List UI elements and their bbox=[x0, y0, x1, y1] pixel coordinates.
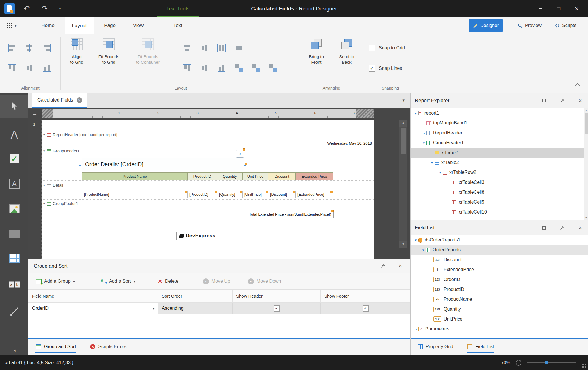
snap-to-grid-checkbox[interactable] bbox=[369, 45, 375, 51]
field-item-orderid[interactable]: 123 OrderID bbox=[411, 275, 588, 284]
close-button[interactable]: ✕ bbox=[573, 6, 581, 12]
pointer-tool[interactable] bbox=[0, 95, 28, 118]
table-header-cell[interactable]: Quantity bbox=[217, 172, 243, 180]
smart-tag-marker[interactable] bbox=[331, 210, 334, 212]
collapse-ribbon-icon[interactable] bbox=[575, 83, 580, 88]
redo-icon[interactable]: ↷ bbox=[42, 4, 48, 13]
send-to-back-button[interactable]: Send to Back bbox=[333, 37, 360, 65]
scripts-button[interactable]: Scripts bbox=[551, 19, 580, 32]
smart-tag-marker[interactable] bbox=[293, 191, 295, 193]
designer-button[interactable]: Designer bbox=[469, 19, 503, 32]
smart-tag-marker[interactable] bbox=[330, 191, 333, 193]
tree-item-xrlabel1[interactable]: ▹ xrLabel1 bbox=[411, 148, 588, 158]
detail-cell[interactable]: [ProductID] bbox=[187, 191, 217, 198]
band-header-groupheader1[interactable]: ▾ GroupHeader1 bbox=[42, 147, 374, 155]
align-top-edges-icon[interactable] bbox=[7, 63, 17, 73]
label-tool[interactable]: A bbox=[0, 123, 28, 147]
snap-lines-option[interactable]: ✓ Snap Lines bbox=[369, 65, 402, 72]
selection-handle[interactable] bbox=[244, 155, 246, 157]
field-dropdown-icon[interactable]: ▾ bbox=[153, 306, 155, 311]
design-vertical-scrollbar[interactable]: ▲ ▼ bbox=[399, 120, 407, 248]
detail-cell[interactable]: [ExtendedPrice] bbox=[295, 191, 333, 198]
total-field[interactable]: Total Extended Price - sumSum([ExtendedP… bbox=[188, 210, 334, 218]
add-sort-button[interactable]: A Add a Sort ▾ bbox=[101, 273, 135, 290]
tree-scrollbar[interactable]: ▲ ▼ bbox=[584, 108, 588, 220]
smart-tag-marker[interactable] bbox=[240, 191, 242, 193]
column-header-show-footer[interactable]: Show Footer bbox=[321, 290, 410, 302]
band-collapse-icon[interactable]: ▾ bbox=[43, 184, 45, 187]
tree-item-orderreports[interactable]: ▾ OrderReports bbox=[411, 245, 588, 255]
table-header-cell[interactable]: Product Name bbox=[82, 172, 188, 180]
scroll-up-icon[interactable]: ▲ bbox=[584, 108, 588, 113]
picture-tool[interactable] bbox=[0, 197, 28, 220]
order-details-label[interactable]: Order Details: [OrderID] bbox=[82, 158, 244, 171]
toolbox-collapse-icon[interactable]: ◂ bbox=[0, 348, 28, 353]
column-header-show-header[interactable]: Show Header bbox=[233, 290, 321, 302]
center-vertically-icon[interactable] bbox=[199, 43, 209, 53]
show-header-checkbox[interactable]: ✓ bbox=[274, 305, 280, 312]
tree-item-groupheader1[interactable]: ▾ GroupHeader1 bbox=[411, 138, 588, 148]
field-item-extendedprice[interactable]: f ExtendedPrice bbox=[411, 265, 588, 275]
snap-lines-checkbox[interactable]: ✓ bbox=[369, 65, 375, 72]
app-icon[interactable] bbox=[4, 3, 15, 14]
band-collapse-icon[interactable]: ▾ bbox=[43, 202, 45, 206]
tree-item-reportheader[interactable]: ▹ ReportHeader bbox=[411, 128, 588, 138]
zoom-slider-thumb[interactable] bbox=[545, 361, 548, 364]
align-horizontal-centers-icon[interactable] bbox=[24, 43, 35, 53]
scroll-thumb[interactable] bbox=[585, 113, 588, 134]
column-header-field-name[interactable]: Field Name bbox=[28, 290, 158, 302]
field-item-productid[interactable]: 123 ProductID bbox=[411, 284, 588, 294]
detail-cell[interactable]: [ProductName] bbox=[82, 191, 188, 198]
table-header-cell[interactable]: Discount bbox=[268, 172, 296, 180]
table-header-cell[interactable]: Product ID bbox=[187, 172, 217, 180]
tree-item-dsorderreports1[interactable]: ▾ dsOrderReports1 bbox=[411, 235, 588, 245]
tab-layout[interactable]: Layout bbox=[65, 17, 94, 34]
band-collapse-icon[interactable]: ▾ bbox=[43, 133, 45, 137]
close-panel-icon[interactable]: ✕ bbox=[398, 264, 403, 268]
panel-tool[interactable] bbox=[0, 222, 28, 246]
field-item-discount[interactable]: 1.2 Discount bbox=[411, 255, 588, 265]
line-tool[interactable] bbox=[0, 300, 28, 323]
tab-page[interactable]: Page bbox=[97, 17, 122, 34]
table-header-cell[interactable]: Unit Price bbox=[242, 172, 268, 180]
selection-handle[interactable] bbox=[79, 172, 81, 174]
detail-cell[interactable]: [Discount] bbox=[268, 191, 296, 198]
undo-icon[interactable]: ↶ bbox=[24, 4, 30, 13]
smart-tag-marker[interactable] bbox=[215, 191, 217, 193]
bring-to-front-button[interactable]: Bring to Front bbox=[303, 37, 330, 65]
devexpress-logo[interactable]: DevExpress bbox=[176, 232, 218, 240]
expand-icon[interactable]: ▹ bbox=[413, 327, 418, 331]
close-panel-icon[interactable]: ✕ bbox=[578, 98, 582, 103]
field-item-unitprice[interactable]: 1.2 UnitPrice bbox=[411, 314, 588, 324]
show-header-cell[interactable]: ✓ bbox=[233, 303, 321, 314]
expand-icon[interactable]: ▾ bbox=[421, 248, 426, 252]
detail-cell[interactable]: [UnitPrice] bbox=[242, 191, 268, 198]
scroll-down-icon[interactable]: ▼ bbox=[584, 216, 588, 220]
add-group-button[interactable]: Add a Group ▾ bbox=[36, 273, 75, 290]
field-item-quantity[interactable]: 123 Quantity bbox=[411, 304, 588, 314]
main-menu-button[interactable]: ▾ bbox=[5, 21, 22, 31]
delete-button[interactable]: ✕ Delete bbox=[158, 273, 178, 290]
quick-access-dropdown-icon[interactable]: ▾ bbox=[59, 6, 61, 11]
selection-handle[interactable] bbox=[79, 163, 81, 166]
field-item-productname[interactable]: ab ProductName bbox=[411, 294, 588, 304]
align-right-edges-icon[interactable] bbox=[42, 43, 52, 53]
tree-item-xrtablecell10[interactable]: ▹ xrTableCell10 bbox=[411, 207, 588, 217]
band-menu-icon[interactable]: ≡ bbox=[33, 109, 37, 117]
resize-grip[interactable] bbox=[582, 364, 586, 369]
expand-icon[interactable]: ▹ bbox=[421, 131, 426, 135]
align-vertical-centers-icon[interactable] bbox=[24, 63, 35, 73]
pin-icon[interactable] bbox=[560, 225, 564, 230]
tree-item-xrtablecell9[interactable]: ▹ xrTableCell9 bbox=[411, 197, 588, 207]
smart-tag-button[interactable]: › bbox=[236, 150, 244, 158]
align-bottoms-icon[interactable] bbox=[216, 63, 227, 73]
make-same-width-icon[interactable] bbox=[251, 63, 261, 73]
minimize-button[interactable]: − bbox=[537, 6, 545, 12]
column-header-sort-order[interactable]: Sort Order bbox=[158, 290, 233, 302]
scroll-up-icon[interactable]: ▲ bbox=[399, 120, 407, 127]
expand-icon[interactable]: ▾ bbox=[413, 111, 418, 115]
make-same-height-icon[interactable] bbox=[268, 63, 279, 73]
document-tab-close-icon[interactable]: ✕ bbox=[77, 97, 82, 103]
expand-icon[interactable]: ▾ bbox=[429, 161, 435, 165]
group-row[interactable]: OrderID ▾ Ascending ✓ ✓ bbox=[28, 303, 410, 314]
